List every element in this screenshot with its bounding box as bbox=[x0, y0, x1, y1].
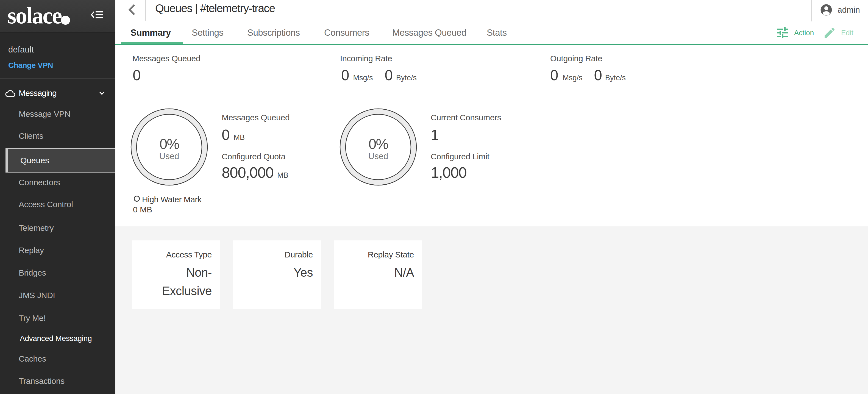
svg-text:0%: 0% bbox=[368, 136, 388, 152]
svg-text:0%: 0% bbox=[159, 136, 179, 152]
svg-text:Used: Used bbox=[159, 151, 179, 161]
svg-text:Used: Used bbox=[368, 151, 388, 161]
